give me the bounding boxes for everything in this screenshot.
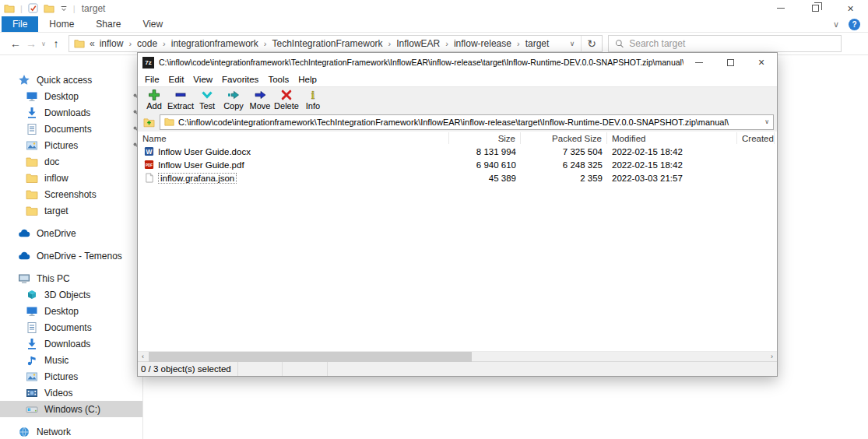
close-button[interactable]: × bbox=[746, 53, 777, 72]
star-icon bbox=[18, 74, 30, 86]
sidebar-item-label: Downloads bbox=[44, 339, 90, 349]
tab-file[interactable]: File bbox=[2, 16, 38, 32]
close-button[interactable]: × bbox=[833, 0, 868, 16]
qat-properties-icon[interactable] bbox=[28, 3, 38, 13]
up-one-level-button[interactable] bbox=[141, 114, 156, 129]
column-header-size[interactable]: Size bbox=[449, 132, 521, 144]
sidebar-item-this-pc[interactable]: This PC bbox=[0, 270, 142, 286]
toolbar-label: Extract bbox=[167, 102, 194, 111]
sidebar-item-downloads-pc[interactable]: Downloads bbox=[0, 335, 142, 352]
search-box[interactable] bbox=[608, 35, 842, 52]
sidebar-item-onedrive[interactable]: OneDrive bbox=[0, 225, 142, 241]
quick-access-toolbar: | | bbox=[4, 3, 76, 13]
maximize-button[interactable] bbox=[715, 53, 746, 72]
qat-new-folder-icon[interactable] bbox=[44, 4, 54, 13]
menu-edit[interactable]: Edit bbox=[164, 75, 189, 84]
sidebar-item-network[interactable]: Network bbox=[0, 423, 142, 439]
file-row[interactable]: PDF Inflow User Guide.pdf 6 940 610 6 24… bbox=[138, 158, 777, 171]
refresh-icon[interactable]: ↻ bbox=[582, 37, 602, 50]
ribbon-collapse-icon[interactable]: ∨ bbox=[833, 19, 839, 30]
sidebar-item-doc[interactable]: doc bbox=[0, 153, 142, 170]
sidebar-item-label: Music bbox=[44, 355, 69, 366]
sidebar-item-windows-c[interactable]: Windows (C:) bbox=[0, 401, 142, 417]
info-button[interactable]: i Info bbox=[300, 89, 326, 111]
tab-home[interactable]: Home bbox=[38, 16, 85, 32]
sidebar-item-documents-pc[interactable]: Documents bbox=[0, 319, 142, 335]
history-dropdown-icon[interactable]: ∨ bbox=[39, 40, 48, 47]
menu-tools[interactable]: Tools bbox=[263, 75, 293, 84]
breadcrumb-item[interactable]: inflow-release bbox=[452, 38, 513, 49]
restore-button[interactable] bbox=[798, 0, 833, 16]
sidebar-item-videos[interactable]: Videos bbox=[0, 385, 142, 401]
test-button[interactable]: Test bbox=[194, 89, 220, 111]
column-header-modified[interactable]: Modified bbox=[607, 132, 737, 144]
breadcrumb-item[interactable]: integrationframework bbox=[170, 38, 260, 49]
sidebar-item-music[interactable]: Music bbox=[0, 352, 142, 368]
picture-icon bbox=[26, 371, 38, 383]
qat-separator: | bbox=[20, 4, 23, 13]
breadcrumb: « inflow › code › integrationframework ›… bbox=[90, 38, 564, 49]
sidebar-item-3d-objects[interactable]: 3D Objects bbox=[0, 286, 142, 303]
sidebar-item-pictures-pc[interactable]: Pictures bbox=[0, 368, 142, 385]
file-row[interactable]: inflow.grafana.json 45 389 2 359 2022-03… bbox=[138, 171, 777, 184]
tab-share[interactable]: Share bbox=[85, 16, 132, 32]
forward-button[interactable]: → bbox=[23, 37, 39, 50]
menu-view[interactable]: View bbox=[188, 75, 217, 84]
address-bar[interactable]: « inflow › code › integrationframework ›… bbox=[69, 35, 603, 52]
sidebar-item-label: Documents bbox=[44, 124, 92, 135]
minimize-button[interactable] bbox=[763, 0, 798, 16]
breadcrumb-item[interactable]: inflow bbox=[98, 38, 125, 49]
add-button[interactable]: Add bbox=[141, 89, 167, 111]
restore-icon bbox=[812, 5, 819, 12]
sevenzip-menubar: File Edit View Favorites Tools Help bbox=[138, 72, 777, 86]
delete-button[interactable]: Delete bbox=[273, 89, 300, 111]
sevenzip-titlebar[interactable]: 7z C:\inflow\code\integrationframework\T… bbox=[138, 53, 777, 72]
up-button[interactable]: ↑ bbox=[48, 37, 64, 50]
back-button[interactable]: ← bbox=[8, 37, 23, 50]
scroll-left-icon[interactable]: ‹ bbox=[138, 352, 148, 361]
sidebar-item-screenshots[interactable]: Screenshots bbox=[0, 186, 142, 202]
address-dropdown-icon[interactable]: ∨ bbox=[564, 40, 581, 47]
scrollbar-thumb[interactable] bbox=[149, 352, 472, 362]
column-header-name[interactable]: Name bbox=[138, 132, 449, 144]
breadcrumb-item[interactable]: InflowEAR bbox=[395, 38, 441, 49]
sidebar-item-label: Windows (C:) bbox=[44, 404, 100, 415]
generic-file-icon bbox=[144, 173, 154, 183]
column-headers: Name Size Packed Size Modified Created bbox=[138, 132, 777, 145]
qat-customize-icon[interactable] bbox=[60, 5, 68, 12]
sidebar-item-desktop-pc[interactable]: Desktop bbox=[0, 303, 142, 319]
sidebar-item-pictures[interactable]: Pictures bbox=[0, 137, 142, 153]
scrollbar-track[interactable] bbox=[148, 352, 767, 361]
search-icon bbox=[615, 39, 624, 48]
extract-button[interactable]: Extract bbox=[167, 89, 194, 111]
menu-favorites[interactable]: Favorites bbox=[217, 75, 263, 84]
sidebar-item-downloads[interactable]: Downloads bbox=[0, 104, 142, 121]
breadcrumb-overflow-icon[interactable]: « bbox=[90, 38, 98, 49]
sidebar-item-onedrive-temenos[interactable]: OneDrive - Temenos bbox=[0, 248, 142, 264]
move-button[interactable]: Move bbox=[247, 89, 273, 111]
path-combobox[interactable]: C:\inflow\code\integrationframework\Tech… bbox=[160, 114, 774, 130]
sidebar-item-target[interactable]: target bbox=[0, 202, 142, 219]
column-header-packed-size[interactable]: Packed Size bbox=[521, 132, 607, 144]
combo-dropdown-icon[interactable]: ∨ bbox=[761, 118, 769, 125]
menu-file[interactable]: File bbox=[140, 75, 164, 84]
minimize-button[interactable] bbox=[684, 53, 715, 72]
help-icon[interactable]: ? bbox=[849, 19, 860, 30]
file-name: Inflow User Guide.pdf bbox=[158, 160, 244, 170]
breadcrumb-item[interactable]: TechIntegrationFramework bbox=[270, 38, 384, 49]
sidebar-item-documents[interactable]: Documents bbox=[0, 121, 142, 137]
sidebar-item-desktop[interactable]: Desktop bbox=[0, 88, 142, 104]
scroll-right-icon[interactable]: › bbox=[767, 352, 777, 361]
tab-view[interactable]: View bbox=[132, 16, 174, 32]
search-input[interactable] bbox=[629, 38, 835, 49]
horizontal-scrollbar[interactable]: ‹ › bbox=[138, 351, 777, 361]
menu-help[interactable]: Help bbox=[293, 75, 322, 84]
file-row[interactable]: W Inflow User Guide.docx 8 131 994 7 325… bbox=[138, 145, 777, 158]
breadcrumb-item[interactable]: target bbox=[524, 38, 551, 49]
sidebar-item-inflow[interactable]: inflow bbox=[0, 170, 142, 186]
sidebar-item-quick-access[interactable]: Quick access bbox=[0, 72, 142, 88]
copy-button[interactable]: Copy bbox=[220, 89, 247, 111]
breadcrumb-item[interactable]: code bbox=[135, 38, 159, 49]
sidebar-item-label: Quick access bbox=[37, 75, 92, 86]
column-header-created[interactable]: Created bbox=[737, 132, 775, 144]
